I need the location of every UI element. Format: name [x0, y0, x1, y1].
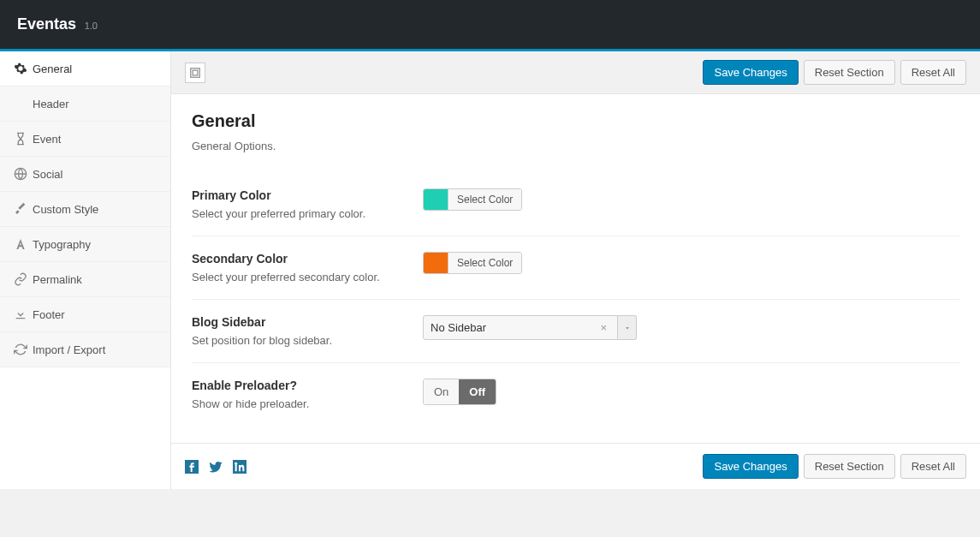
sidebar-item-event[interactable]: Event	[0, 122, 170, 157]
app-title: Eventas	[17, 15, 76, 33]
sidebar-item-import-export[interactable]: Import / Export	[0, 332, 170, 367]
section-desc: General Options.	[192, 140, 959, 152]
color-swatch	[424, 189, 448, 210]
color-swatch	[424, 253, 448, 273]
footer-bar: Save Changes Reset Section Reset All	[171, 443, 980, 489]
field-blog-sidebar: Blog Sidebar Set position for blog sideb…	[192, 300, 959, 363]
field-desc: Select your preferred primary color.	[192, 207, 406, 220]
gears-icon	[14, 62, 33, 75]
reset-section-button[interactable]: Reset Section	[804, 60, 895, 85]
select-color-button[interactable]: Select Color	[448, 253, 521, 273]
hourglass-icon	[14, 132, 33, 146]
field-label: Primary Color	[192, 188, 406, 202]
sidebar-item-general[interactable]: General	[0, 51, 170, 87]
sidebar-item-social[interactable]: Social	[0, 157, 170, 192]
twitter-icon[interactable]	[209, 460, 223, 474]
expand-button[interactable]	[185, 63, 205, 83]
reset-all-button-footer[interactable]: Reset All	[900, 454, 966, 479]
font-icon	[14, 237, 33, 251]
expand-icon	[189, 67, 201, 79]
sidebar-item-label: Import / Export	[33, 343, 105, 356]
sidebar-item-label: Permalink	[33, 273, 82, 286]
field-desc: Select your preferred secondary color.	[192, 271, 406, 283]
linkedin-icon[interactable]	[233, 460, 246, 474]
svg-rect-1	[191, 68, 200, 77]
secondary-color-picker[interactable]: Select Color	[423, 252, 522, 274]
link-icon	[14, 272, 33, 286]
header-bar: Eventas 1.0	[0, 0, 980, 51]
sidebar: General Header Event Social Custom Style…	[0, 51, 171, 489]
section-title: General	[192, 111, 959, 131]
save-button-footer[interactable]: Save Changes	[703, 454, 798, 479]
field-label: Blog Sidebar	[192, 315, 406, 329]
field-secondary-color: Secondary Color Select your preferred se…	[192, 236, 959, 300]
sidebar-item-label: Custom Style	[33, 203, 98, 216]
save-button[interactable]: Save Changes	[703, 60, 798, 85]
clear-icon[interactable]: ×	[597, 321, 610, 334]
sidebar-item-typography[interactable]: Typography	[0, 227, 170, 262]
blog-sidebar-select[interactable]: No Sidebar ×	[423, 315, 637, 340]
brush-icon	[14, 202, 33, 216]
sidebar-item-footer[interactable]: Footer	[0, 297, 170, 332]
sidebar-item-label: Header	[33, 98, 69, 110]
refresh-icon	[14, 343, 33, 356]
toolbar: Save Changes Reset Section Reset All	[171, 51, 980, 94]
sidebar-item-header[interactable]: Header	[0, 87, 170, 122]
toggle-off[interactable]: Off	[459, 379, 496, 404]
sidebar-item-permalink[interactable]: Permalink	[0, 262, 170, 297]
reset-all-button[interactable]: Reset All	[900, 60, 966, 85]
sliders-icon	[14, 97, 33, 110]
field-primary-color: Primary Color Select your preferred prim…	[192, 173, 959, 236]
field-desc: Show or hide preloader.	[192, 397, 406, 410]
app-version: 1.0	[85, 21, 98, 31]
preloader-toggle[interactable]: On Off	[423, 379, 496, 405]
facebook-icon[interactable]	[185, 460, 199, 474]
sidebar-item-custom-style[interactable]: Custom Style	[0, 192, 170, 227]
sidebar-item-label: Typography	[33, 238, 91, 251]
select-color-button[interactable]: Select Color	[448, 189, 521, 210]
reset-section-button-footer[interactable]: Reset Section	[804, 454, 895, 479]
field-desc: Set position for blog sidebar.	[192, 334, 406, 347]
sidebar-item-label: Social	[33, 168, 62, 181]
primary-color-picker[interactable]: Select Color	[423, 188, 522, 211]
field-preloader: Enable Preloader? Show or hide preloader…	[192, 363, 959, 426]
toggle-on[interactable]: On	[424, 379, 459, 404]
sidebar-item-label: Footer	[33, 308, 65, 321]
sidebar-item-label: General	[33, 63, 72, 75]
select-value: No Sidebar	[431, 321, 486, 334]
globe-icon	[14, 167, 33, 181]
field-label: Secondary Color	[192, 252, 406, 266]
download-icon	[14, 307, 33, 321]
chevron-down-icon[interactable]	[618, 315, 637, 340]
field-label: Enable Preloader?	[192, 379, 406, 392]
svg-rect-2	[193, 70, 198, 75]
sidebar-item-label: Event	[33, 133, 61, 146]
